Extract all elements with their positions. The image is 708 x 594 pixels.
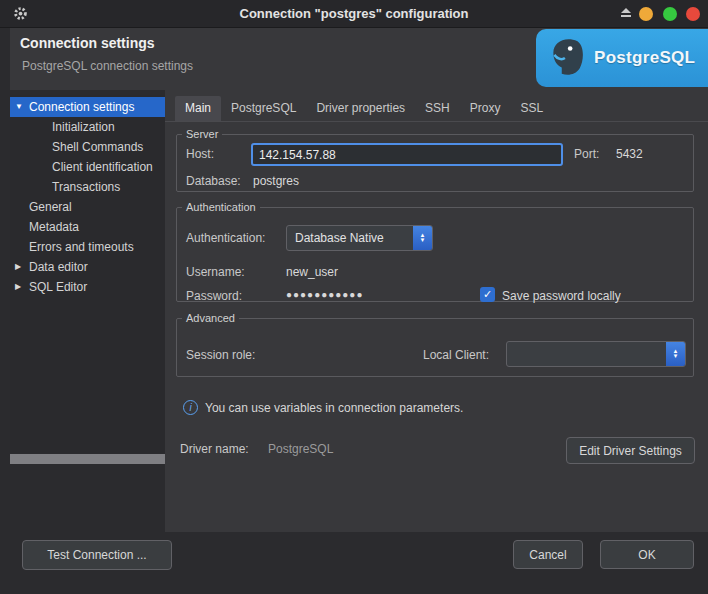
ok-button[interactable]: OK bbox=[600, 540, 694, 569]
username-value[interactable]: new_user bbox=[286, 265, 338, 279]
maximize-button[interactable] bbox=[663, 7, 677, 21]
sidebar-item-connection-settings[interactable]: ▼ Connection settings bbox=[10, 97, 165, 117]
eject-bar bbox=[621, 15, 631, 17]
cancel-button[interactable]: Cancel bbox=[513, 540, 583, 569]
titlebar: Connection "postgres" configuration bbox=[0, 0, 708, 28]
port-label: Port: bbox=[574, 147, 599, 161]
database-value[interactable]: postgres bbox=[253, 174, 299, 188]
sidebar-item-shell-commands[interactable]: Shell Commands bbox=[10, 137, 165, 157]
driver-name-value: PostgreSQL bbox=[268, 442, 333, 456]
advanced-group: Advanced Session role: Local Client: ▲ ▼ bbox=[176, 312, 694, 377]
authentication-group: Authentication Authentication: Database … bbox=[176, 201, 694, 302]
dropdown-arrows-icon[interactable]: ▲ ▼ bbox=[413, 226, 432, 250]
main-panel: Main PostgreSQL Driver properties SSH Pr… bbox=[165, 90, 708, 532]
settings-tree: ▼ Connection settings Initialization She… bbox=[10, 95, 165, 453]
sidebar-item-transactions[interactable]: Transactions bbox=[10, 177, 165, 197]
chevron-right-icon[interactable]: ▶ bbox=[15, 277, 27, 297]
chevron-right-icon[interactable]: ▶ bbox=[15, 257, 27, 277]
server-group-legend: Server bbox=[182, 128, 222, 140]
sidebar-item-errors-and-timeouts[interactable]: Errors and timeouts bbox=[10, 237, 165, 257]
tab-driver-properties[interactable]: Driver properties bbox=[306, 96, 415, 121]
sidebar-item-sql-editor[interactable]: ▶ SQL Editor bbox=[10, 277, 165, 297]
page-subtitle: PostgreSQL connection settings bbox=[22, 59, 193, 73]
window-title: Connection "postgres" configuration bbox=[0, 0, 708, 28]
close-button[interactable] bbox=[686, 7, 700, 21]
edit-driver-settings-button[interactable]: Edit Driver Settings bbox=[566, 437, 695, 464]
eject-icon[interactable] bbox=[620, 8, 632, 17]
save-password-checkbox[interactable]: ✓ bbox=[480, 287, 495, 302]
check-icon: ✓ bbox=[483, 288, 492, 301]
sidebar-item-client-identification[interactable]: Client identification bbox=[10, 157, 165, 177]
advanced-group-legend: Advanced bbox=[182, 312, 239, 324]
minimize-button[interactable] bbox=[639, 7, 653, 21]
local-client-label: Local Client: bbox=[423, 348, 489, 362]
dialog-header: Connection settings PostgreSQL connectio… bbox=[10, 28, 708, 90]
connection-dialog: Connection "postgres" configuration Conn… bbox=[0, 0, 708, 594]
password-label: Password: bbox=[186, 289, 242, 303]
info-icon: i bbox=[183, 400, 198, 415]
local-client-select[interactable]: ▲ ▼ bbox=[506, 341, 686, 367]
tab-proxy[interactable]: Proxy bbox=[460, 96, 511, 121]
dropdown-arrows-icon[interactable]: ▲ ▼ bbox=[666, 342, 685, 366]
save-password-label: Save password locally bbox=[502, 289, 621, 303]
authentication-select[interactable]: Database Native ▲ ▼ bbox=[286, 225, 433, 251]
sidebar-item-initialization[interactable]: Initialization bbox=[10, 117, 165, 137]
session-role-field[interactable] bbox=[277, 342, 417, 366]
host-input[interactable] bbox=[251, 143, 563, 166]
postgresql-elephant-icon bbox=[546, 37, 588, 79]
username-label: Username: bbox=[186, 265, 245, 279]
port-value[interactable]: 5432 bbox=[616, 147, 643, 161]
page-title: Connection settings bbox=[20, 35, 155, 51]
postgresql-logo: PostgreSQL bbox=[536, 29, 708, 87]
tab-ssh[interactable]: SSH bbox=[415, 96, 460, 121]
eject-triangle bbox=[621, 8, 631, 13]
password-value[interactable]: ●●●●●●●●●●● bbox=[286, 289, 363, 300]
postgresql-logo-text: PostgreSQL bbox=[594, 48, 695, 68]
sidebar-item-data-editor[interactable]: ▶ Data editor bbox=[10, 257, 165, 277]
chevron-down-icon[interactable]: ▼ bbox=[15, 97, 27, 117]
session-role-label: Session role: bbox=[186, 348, 255, 362]
sidebar-item-metadata[interactable]: Metadata bbox=[10, 217, 165, 237]
authentication-group-legend: Authentication bbox=[182, 201, 260, 213]
driver-name-label: Driver name: bbox=[180, 442, 249, 456]
test-connection-button[interactable]: Test Connection ... bbox=[22, 540, 172, 570]
tab-main[interactable]: Main bbox=[175, 96, 221, 121]
info-message: You can use variables in connection para… bbox=[205, 401, 463, 415]
database-label: Database: bbox=[186, 174, 241, 188]
tab-bar: Main PostgreSQL Driver properties SSH Pr… bbox=[165, 96, 708, 122]
sidebar-scrollbar[interactable] bbox=[10, 454, 165, 464]
tab-ssl[interactable]: SSL bbox=[510, 96, 553, 121]
tab-postgresql[interactable]: PostgreSQL bbox=[221, 96, 306, 121]
authentication-label: Authentication: bbox=[186, 231, 265, 245]
sidebar-item-general[interactable]: General bbox=[10, 197, 165, 217]
host-label: Host: bbox=[186, 147, 214, 161]
server-group: Server Host: Port: 5432 Database: postgr… bbox=[176, 128, 694, 192]
